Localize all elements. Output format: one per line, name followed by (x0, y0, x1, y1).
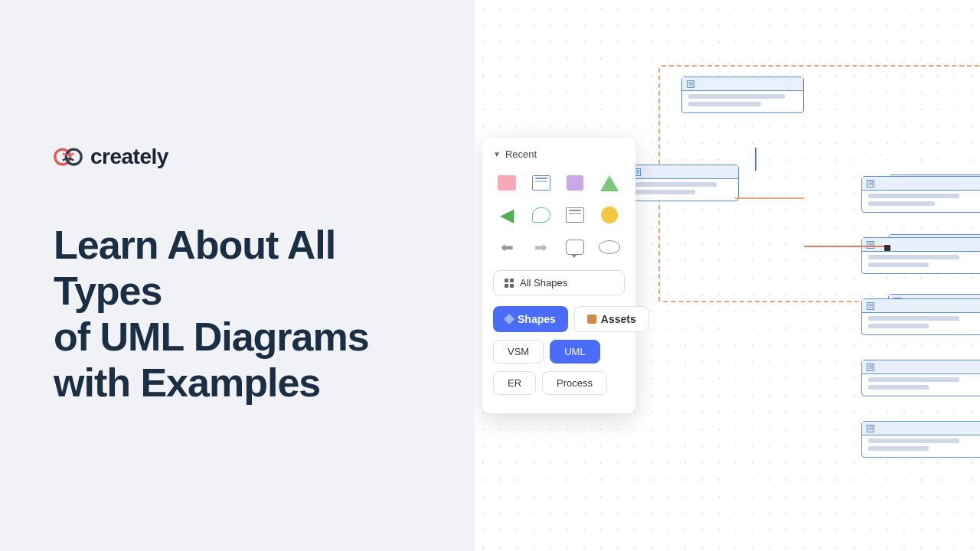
cat-process[interactable]: Process (542, 371, 607, 395)
cat-uml[interactable]: UML (550, 340, 599, 364)
uml-icon-fr4: ⊞ (867, 364, 874, 371)
uml-icon-fr5: ⊞ (867, 425, 874, 432)
shape-comment[interactable] (561, 233, 589, 261)
shape-panel: ▼ Recent ◀ (482, 138, 635, 413)
shape-arrow-right[interactable]: ➡ (528, 233, 555, 261)
grid-icon (505, 279, 514, 288)
shape-triangle[interactable] (596, 169, 623, 197)
all-shapes-button[interactable]: All Shapes (493, 270, 625, 295)
uml-box-far-r2: ⊞ (861, 237, 980, 274)
shape-list-box-2[interactable] (561, 201, 589, 229)
uml-box-icon: ⊞ (687, 80, 694, 88)
shape-list-box[interactable] (528, 169, 555, 197)
tab-assets[interactable]: Assets (574, 306, 649, 332)
headline: Learn About All Types of UML Diagrams wi… (54, 223, 421, 406)
connector-h-1 (735, 197, 804, 199)
chevron-down-icon: ▼ (493, 150, 501, 158)
shape-purple-rect[interactable] (561, 169, 589, 197)
uml-icon-fr3: ⊞ (867, 302, 874, 310)
cat-vsm[interactable]: VSM (493, 340, 544, 364)
uml-icon-fr2: ⊞ (867, 241, 874, 249)
left-panel: creately Learn About All Types of UML Di… (0, 0, 475, 551)
text-cursor (755, 148, 756, 171)
logo-text: creately (90, 145, 168, 169)
right-panel: ⊞ ⊞ ⊞ ⊞ (475, 0, 980, 551)
svg-point-1 (66, 149, 81, 165)
shape-oval[interactable] (596, 233, 623, 261)
logo: creately (54, 145, 421, 169)
creately-logo-icon (54, 148, 83, 166)
shape-pink-rect[interactable] (493, 169, 521, 197)
uml-box-far-r1: ⊞ (861, 176, 980, 213)
uml-box-far-r5: ⊞ (861, 421, 980, 458)
tab-shapes[interactable]: Shapes (493, 306, 568, 332)
uml-box-top: ⊞ (681, 77, 804, 113)
recent-shapes-grid: ◀ ⬅ ➡ (493, 169, 625, 261)
uml-box-mid-left: ⊞ (628, 165, 739, 201)
uml-box-far-r3: ⊞ (861, 298, 980, 335)
shape-chat-bubble[interactable] (528, 201, 555, 229)
uml-box-far-r4: ⊞ (861, 360, 980, 396)
assets-icon (587, 315, 596, 324)
tab-group: Shapes Assets (493, 306, 625, 332)
shape-arrow-left[interactable]: ⬅ (493, 233, 521, 261)
cat-er[interactable]: ER (493, 371, 536, 395)
shape-yellow-circle[interactable] (596, 201, 623, 229)
category-group: VSM UML (493, 340, 625, 364)
diamond-icon (504, 314, 514, 324)
shape-green-arrow[interactable]: ◀ (493, 201, 521, 229)
category-group-2: ER Process (493, 371, 625, 395)
dot-connector-1 (884, 245, 890, 251)
orange-line-1 (804, 246, 888, 247)
uml-icon-fr1: ⊞ (867, 180, 874, 187)
recent-section-label: ▼ Recent (493, 148, 625, 160)
